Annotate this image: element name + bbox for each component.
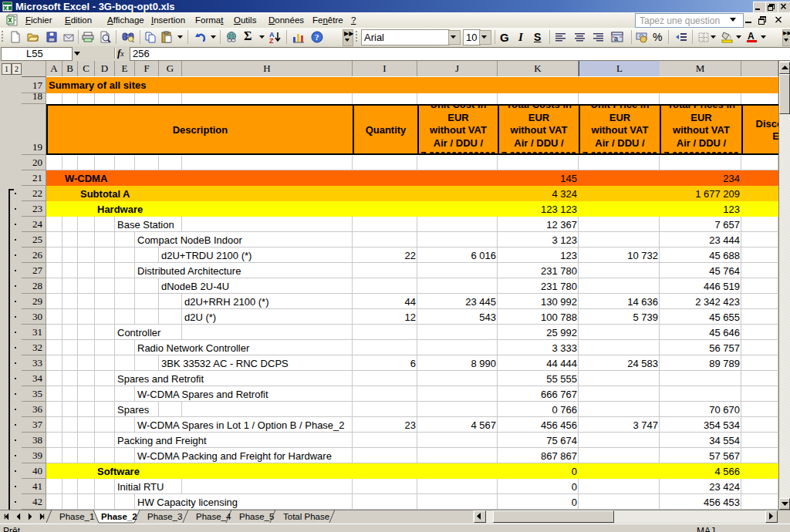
svg-text:Phase_3: Phase_3	[147, 512, 182, 521]
svg-text:Phase_4: Phase_4	[196, 512, 231, 521]
svg-text:Total Phase: Total Phase	[283, 512, 329, 521]
svg-text:Phase_5: Phase_5	[239, 512, 274, 521]
svg-text:Phase_1: Phase_1	[59, 512, 94, 521]
svg-text:Z: Z	[269, 37, 274, 43]
svg-text:Phase_2: Phase_2	[101, 512, 137, 521]
svg-text:?: ?	[315, 32, 319, 42]
svg-text:A: A	[748, 31, 755, 42]
svg-text:a: a	[614, 35, 618, 42]
